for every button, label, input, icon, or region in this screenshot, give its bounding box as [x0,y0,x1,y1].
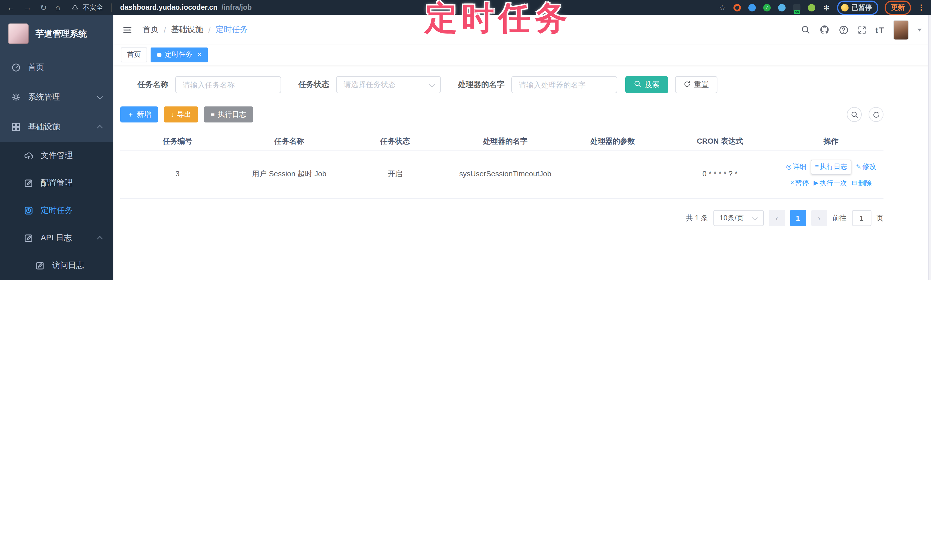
cloud-icon [24,151,33,160]
gauge-icon [11,63,21,72]
ext-dark-on-icon[interactable]: on [792,3,801,12]
op-详细-link[interactable]: ◎详细 [786,162,806,172]
sidebar-item-api-log[interactable]: API 日志 [0,225,113,252]
ext-orange-ring-icon[interactable] [733,3,741,12]
ext-paw-icon[interactable]: ✻ [822,3,831,12]
page-1-button[interactable]: 1 [790,210,806,226]
job-status-label: 任务状态 [298,80,329,90]
reset-button[interactable]: 重置 [675,76,717,93]
goto-label: 前往 [832,213,846,223]
refresh-button[interactable] [869,107,883,122]
op-执行一次-link[interactable]: ▶执行一次 [814,178,847,189]
search-button[interactable]: 搜索 [625,76,668,93]
goto-page-input[interactable] [852,210,871,226]
url-domain: dashboard.yudao.iocoder.cn [120,3,217,11]
op-删除-link[interactable]: ⊟删除 [852,178,872,189]
toggle-search-button[interactable] [847,107,862,122]
ext-green-leaf-icon[interactable] [807,3,816,12]
sidebar-item-access-log[interactable]: 访问日志 [0,252,113,279]
cell-operations: ◎详细≡执行日志✎修改×暂停▶执行一次⊟删除 [779,155,883,194]
paused-extension-badge[interactable]: 已暂停 [837,0,878,15]
op-暂停-link[interactable]: ×暂停 [791,178,809,189]
column-header: CRON 表达式 [661,136,779,146]
add-button[interactable]: ＋ 新增 [120,106,158,123]
column-header: 处理器的参数 [564,136,661,146]
emoji-face-icon [841,4,849,11]
trash-icon: ⊟ [852,178,857,188]
total-count: 共 1 条 [686,213,708,223]
browser-right-tools: ☆✓on✻ 已暂停 更新 ⋮ [718,0,931,15]
page-size-select[interactable]: 10条/页 [713,210,763,226]
pendoc-icon [35,261,45,270]
chevron-up-icon [97,236,103,242]
gear-icon [11,93,21,102]
content: 任务名称 任务状态 请选择任务状态 处理器的名字 搜索 [113,65,931,280]
jobs-table: 任务编号任务名称任务状态处理器的名字处理器的参数CRON 表达式操作 3用户 S… [120,132,883,198]
cell-cron: 0 * * * * ? * [661,164,779,185]
ext-blue-drop-icon[interactable] [748,3,756,12]
breadcrumb-separator: / [208,25,211,34]
browser-menu-icon[interactable]: ⋮ [917,3,925,12]
breadcrumb-item[interactable]: 首页 [143,25,159,35]
sidebar-item-job[interactable]: 定时任务 [0,197,113,225]
question-icon [839,25,849,35]
prev-page-button[interactable]: ‹ [769,210,785,226]
scrollbar-track[interactable] [928,15,931,280]
breadcrumb-separator: / [164,25,166,34]
sidebar-item-infra[interactable]: 基础设施 [0,112,113,142]
fullscreen-icon [858,25,866,34]
reload-icon[interactable]: ↻ [40,3,47,12]
export-button[interactable]: ↓ 导出 [164,106,198,123]
ext-blue-grid-icon[interactable] [778,3,786,12]
op-执行日志-link[interactable]: ≡执行日志 [811,160,851,174]
handler-name-input[interactable] [511,76,617,93]
on-badge: on [794,10,800,14]
search-icon[interactable] [801,25,810,34]
op-修改-link[interactable]: ✎修改 [856,162,876,172]
tab-label: 首页 [127,50,141,60]
grid-icon [11,123,21,132]
sidebar-item-error-log[interactable]: 错误日志 [0,279,113,280]
ext-green-check-icon[interactable]: ✓ [763,3,771,12]
help-icon[interactable] [839,25,849,35]
sidebar-item-label: 首页 [28,62,44,73]
cell-job-id: 3 [120,164,235,185]
job-name-input[interactable] [175,76,281,93]
font-size-icon[interactable]: tT [876,25,885,35]
close-icon[interactable]: ✕ [197,51,202,58]
list-icon: ≡ [211,111,215,118]
hamburger-icon[interactable] [123,25,132,35]
job-status-select[interactable]: 请选择任务状态 [336,76,441,93]
forward-icon[interactable]: → [23,3,31,12]
sidebar-item-config[interactable]: 配置管理 [0,169,113,197]
sidebar-item-label: 系统管理 [28,92,60,102]
column-header: 任务名称 [235,136,344,146]
browser-bar: ← → ↻ ⌂ 不安全 │ dashboard.yudao.iocoder.cn… [0,0,931,15]
next-page-button[interactable]: › [811,210,827,226]
browser-update-button[interactable]: 更新 [885,0,911,15]
avatar-caret-icon[interactable] [917,28,922,31]
job-status-placeholder: 请选择任务状态 [344,80,396,90]
bookmark-star-icon[interactable]: ☆ [718,3,727,12]
exec-log-button[interactable]: ≡ 执行日志 [204,106,253,123]
tab-定时任务[interactable]: 定时任务✕ [151,47,208,62]
github-icon[interactable] [819,25,830,35]
tab-首页[interactable]: 首页 [121,47,147,62]
paused-label: 已暂停 [851,3,872,12]
chevron-down-icon [752,215,757,221]
logo-row[interactable]: 芋道管理系统 [0,15,113,53]
address-bar[interactable]: 不安全 │ dashboard.yudao.iocoder.cn/infra/j… [72,3,252,12]
search-icon [801,25,810,34]
home-icon[interactable]: ⌂ [55,3,60,12]
column-header: 任务编号 [120,136,235,146]
sidebar-item-home[interactable]: 首页 [0,53,113,82]
add-button-label: 新增 [137,109,151,119]
fullscreen-icon[interactable] [858,25,866,34]
sidebar-item-system[interactable]: 系统管理 [0,82,113,112]
cell-handler-params [564,170,661,179]
address-separator: │ [109,3,114,11]
breadcrumb-item[interactable]: 基础设施 [171,25,203,35]
back-icon[interactable]: ← [7,3,15,12]
sidebar-item-file[interactable]: 文件管理 [0,142,113,169]
avatar[interactable] [894,20,908,39]
